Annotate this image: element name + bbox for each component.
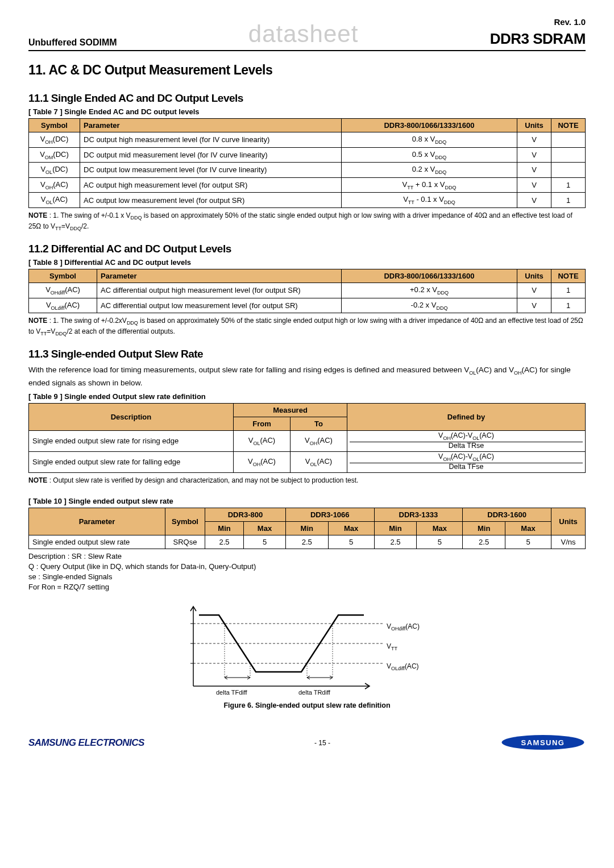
th-speed: DDR3-800/1066/1333/1600 <box>342 269 517 283</box>
svg-text:SAMSUNG: SAMSUNG <box>521 738 565 747</box>
table7-caption: [ Table 7 ] Single Ended AC and DC outpu… <box>28 107 586 116</box>
th-ddr3-1600: DDR3-1600 <box>463 508 551 521</box>
th-parameter: Parameter <box>80 119 342 132</box>
th-min: Min <box>205 521 244 535</box>
table-row: Single ended output slew rate SRQse 2.55… <box>29 535 586 549</box>
table9-caption: [ Table 9 ] Single ended Output slew rat… <box>28 392 586 401</box>
table-row: VOH(DC) DC output high measurement level… <box>29 132 586 148</box>
th-min: Min <box>374 521 417 535</box>
revision: Rev. 1.0 <box>490 17 586 27</box>
table-row: Single ended output slew rate for rising… <box>29 430 586 451</box>
table8: Symbol Parameter DDR3-800/1066/1333/1600… <box>28 269 586 313</box>
table-row: VOH(AC) AC output high measurement level… <box>29 177 586 193</box>
page-footer: SAMSUNG ELECTRONICS - 15 - SAMSUNG <box>28 732 586 754</box>
subsection-11-2: 11.2 Differential AC and DC Output Level… <box>28 243 586 255</box>
table8-note: NOTE : 1. The swing of +/-0.2xVDDQ is ba… <box>28 316 586 338</box>
product-title: DDR3 SDRAM <box>490 30 586 48</box>
label-tfdiff: delta TFdiff <box>216 689 247 696</box>
th-max: Max <box>244 521 286 535</box>
table-row: VOL(DC) DC output low measurement level … <box>29 163 586 178</box>
header-right: Rev. 1.0 DDR3 SDRAM <box>490 17 586 48</box>
samsung-logo-icon: SAMSUNG <box>500 732 586 754</box>
label-vol: VOLdiff(AC) <box>387 662 419 671</box>
table-row: VOM(DC) DC output mid measurement level … <box>29 147 586 163</box>
table9: Description Measured Defined by From To … <box>28 403 586 473</box>
slew-rate-diagram-icon <box>159 601 455 697</box>
header-watermark: datasheet <box>248 20 359 48</box>
subsection-11-1: 11.1 Single Ended AC and DC Output Level… <box>28 92 586 105</box>
subsection-11-3: 11.3 Single-ended Output Slew Rate <box>28 348 586 360</box>
th-max: Max <box>328 521 374 535</box>
th-symbol: Symbol <box>29 269 97 283</box>
th-from: From <box>234 417 291 430</box>
description-notes: Description : SR : Slew Rate Q : Query O… <box>28 551 586 593</box>
figure6-caption: Figure 6. Single-ended output slew rate … <box>28 701 586 709</box>
th-ddr3-1066: DDR3-1066 <box>285 508 374 521</box>
table7-note: NOTE : 1. The swing of +/-0.1 x VDDQ is … <box>28 211 586 232</box>
section-title: 11. AC & DC Output Measurement Levels <box>28 63 586 78</box>
th-units: Units <box>517 269 551 283</box>
th-note: NOTE <box>551 119 586 132</box>
th-max: Max <box>417 521 463 535</box>
th-ddr3-1333: DDR3-1333 <box>374 508 463 521</box>
table7: Symbol Parameter DDR3-800/1066/1333/1600… <box>28 118 586 208</box>
page-header: Unbuffered SODIMM datasheet Rev. 1.0 DDR… <box>28 17 586 51</box>
table8-caption: [ Table 8 ] Differential AC and DC outpu… <box>28 258 586 267</box>
th-to: To <box>291 417 347 430</box>
th-units: Units <box>517 119 551 132</box>
table-row: Single ended output slew rate for fallin… <box>29 451 586 472</box>
th-parameter: Parameter <box>97 269 342 283</box>
table-row: VOHdiff(AC) AC differential output high … <box>29 283 586 298</box>
table10-caption: [ Table 10 ] Single ended output slew ra… <box>28 497 586 505</box>
th-symbol: Symbol <box>165 508 205 535</box>
intro-paragraph: With the reference load for timing measu… <box>28 364 586 389</box>
th-symbol: Symbol <box>29 119 80 132</box>
th-units: Units <box>551 508 586 535</box>
table-row: VOL(AC) AC output low measurement level … <box>29 193 586 208</box>
th-note: NOTE <box>551 269 586 283</box>
label-vtt: VTT <box>387 642 397 651</box>
figure6-diagram: VOHdiff(AC) VTT VOLdiff(AC) delta TFdiff… <box>159 601 455 699</box>
th-max: Max <box>505 521 551 535</box>
th-parameter: Parameter <box>29 508 165 535</box>
th-description: Description <box>29 403 234 430</box>
th-measured: Measured <box>234 403 347 417</box>
table9-note: NOTE : Output slew rate is verified by d… <box>28 476 586 485</box>
page-number: - 15 - <box>314 739 330 747</box>
header-subtitle: Unbuffered SODIMM <box>28 38 117 48</box>
th-speed: DDR3-800/1066/1333/1600 <box>342 119 517 132</box>
th-min: Min <box>463 521 505 535</box>
label-trdiff: delta TRdiff <box>298 689 330 696</box>
th-min: Min <box>285 521 328 535</box>
th-definedby: Defined by <box>347 403 586 430</box>
footer-company: SAMSUNG ELECTRONICS <box>28 737 144 749</box>
table10: Parameter Symbol DDR3-800 DDR3-1066 DDR3… <box>28 508 586 549</box>
th-ddr3-800: DDR3-800 <box>205 508 286 521</box>
label-voh: VOHdiff(AC) <box>387 622 420 632</box>
table-row: VOLdiff(AC) AC differential output low m… <box>29 298 586 313</box>
